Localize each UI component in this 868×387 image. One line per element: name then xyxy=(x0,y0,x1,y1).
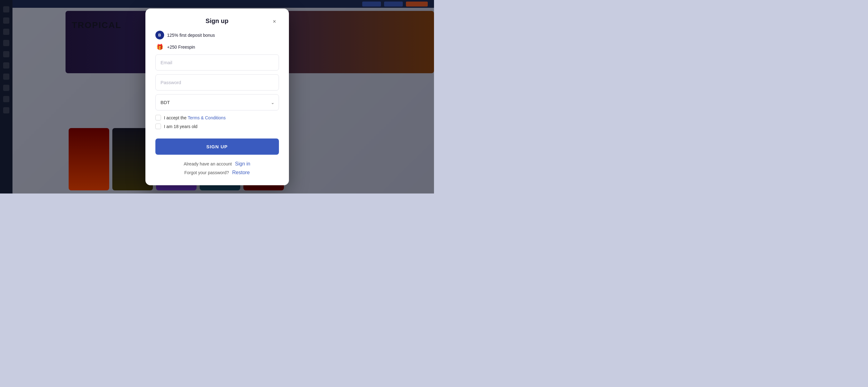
already-account-text: Already have an account xyxy=(184,161,232,166)
close-button[interactable]: × xyxy=(270,17,279,26)
bitcoin-icon: B xyxy=(155,31,164,39)
already-account-row: Already have an account Sign in xyxy=(155,161,279,166)
modal-title: Sign up xyxy=(206,17,228,24)
gift-icon: 🎁 xyxy=(155,42,164,51)
forgot-password-row: Forgot your password? Restore xyxy=(155,170,279,175)
password-input[interactable] xyxy=(155,74,279,91)
age-checkbox-row: I am 18 years old xyxy=(155,124,279,129)
modal-footer: Already have an account Sign in Forgot y… xyxy=(155,161,279,175)
terms-label[interactable]: I accept the Terms & Conditions xyxy=(164,115,226,120)
signin-link[interactable]: Sign in xyxy=(235,161,250,166)
terms-label-pre: I accept the xyxy=(164,115,188,120)
terms-checkbox[interactable] xyxy=(155,115,161,120)
email-group xyxy=(155,54,279,70)
signup-modal: Sign up × B 125% first deposit bonus 🎁 +… xyxy=(145,8,289,185)
password-group xyxy=(155,74,279,91)
restore-link[interactable]: Restore xyxy=(232,170,250,175)
bonus-deposit-row: B 125% first deposit bonus xyxy=(155,31,279,39)
bonus-deposit-text: 125% first deposit bonus xyxy=(167,32,215,37)
forgot-password-text: Forgot your password? xyxy=(184,170,229,175)
email-input[interactable] xyxy=(155,54,279,70)
bonus-freespin-text: +250 Freespin xyxy=(167,44,195,49)
currency-select[interactable]: BDT USD EUR GBP BTC xyxy=(155,94,279,110)
bonus-freespin-row: 🎁 +250 Freespin xyxy=(155,42,279,51)
currency-group: BDT USD EUR GBP BTC ⌄ xyxy=(155,94,279,110)
age-checkbox[interactable] xyxy=(155,124,161,129)
terms-conditions-link[interactable]: Terms & Conditions xyxy=(188,115,225,120)
age-label[interactable]: I am 18 years old xyxy=(164,124,197,129)
modal-header: Sign up × xyxy=(155,17,279,24)
checkboxes-section: I accept the Terms & Conditions I am 18 … xyxy=(155,115,279,129)
signup-button[interactable]: SIGN UP xyxy=(155,138,279,154)
terms-checkbox-row: I accept the Terms & Conditions xyxy=(155,115,279,120)
